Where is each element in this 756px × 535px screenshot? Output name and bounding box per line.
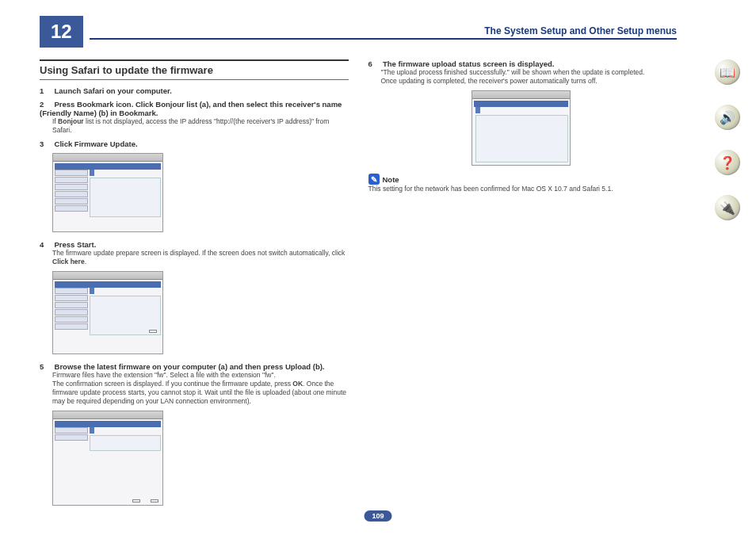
step-2: 2 Press Bookmark icon. Click Bonjour lis… xyxy=(40,100,349,135)
click-here-text: Click here xyxy=(52,258,85,266)
step-body: If Bonjour list is not displayed, access… xyxy=(52,117,349,135)
text-line: Once updating is completed, the receiver… xyxy=(381,77,678,86)
ok-word: OK xyxy=(292,380,303,388)
step-number: 1 xyxy=(40,86,52,95)
text: . xyxy=(85,258,86,266)
page-header: 12 The System Setup and Other Setup menu… xyxy=(40,16,677,48)
step-5: 5 Browse the latest firmware on your com… xyxy=(40,362,349,406)
step-text: Click Firmware Update. xyxy=(55,139,138,148)
content-columns: Using Safari to update the firmware 1 La… xyxy=(40,59,677,514)
screenshot-start xyxy=(52,271,163,354)
step-6: 6 The firmware upload status screen is d… xyxy=(368,59,678,86)
step-text: Press Start. xyxy=(55,240,97,249)
step-number: 3 xyxy=(40,139,52,148)
screenshot-firmware-menu xyxy=(52,153,163,232)
step-body: The firmware update prepare screen is di… xyxy=(52,249,349,266)
left-column: Using Safari to update the firmware 1 La… xyxy=(40,59,349,514)
step-text: Press Bookmark icon. Click Bonjour list … xyxy=(40,100,342,117)
step-number: 6 xyxy=(368,59,381,68)
side-nav-icons: 📖 🔊 ❓ 🔌 xyxy=(715,59,740,220)
step-text: Browse the latest firmware on your compu… xyxy=(55,362,325,371)
page-number: 109 xyxy=(364,510,391,522)
text: The confirmation screen is displayed. If… xyxy=(52,380,292,388)
screenshot-status xyxy=(472,90,571,166)
text-line: The confirmation screen is displayed. If… xyxy=(52,380,349,406)
text-line: Firmware files have the extension "fw". … xyxy=(52,371,349,380)
step-text: Launch Safari on your computer. xyxy=(55,86,172,95)
step-body: Firmware files have the extension "fw". … xyxy=(52,371,349,406)
text: will be shown when the update is complet… xyxy=(510,68,645,76)
step-3: 3 Click Firmware Update. xyxy=(40,139,349,148)
bonjour-word: Bonjour xyxy=(58,117,84,125)
network-icon[interactable]: 🔌 xyxy=(715,195,740,220)
step-text: The firmware upload status screen is dis… xyxy=(383,59,554,68)
step-number: 5 xyxy=(40,362,52,371)
manual-page: 12 The System Setup and Other Setup menu… xyxy=(0,0,756,529)
step-1: 1 Launch Safari on your computer. xyxy=(40,86,349,95)
right-column: 6 The firmware upload status screen is d… xyxy=(368,59,678,514)
chapter-number: 12 xyxy=(40,16,83,48)
quote-text: "The upload process finished successfull… xyxy=(381,68,510,76)
note-body: This setting for the network has been co… xyxy=(368,185,678,193)
step-number: 4 xyxy=(40,240,52,249)
step-4: 4 Press Start. The firmware update prepa… xyxy=(40,240,349,266)
help-icon[interactable]: ❓ xyxy=(715,150,740,175)
note-label: Note xyxy=(383,175,399,184)
header-title: The System Setup and Other Setup menus xyxy=(90,16,677,40)
speakers-icon[interactable]: 🔊 xyxy=(715,105,740,130)
step-body: "The upload process finished successfull… xyxy=(381,68,678,86)
screenshot-upload xyxy=(52,411,163,506)
note-icon: ✎ xyxy=(368,174,380,185)
book-icon[interactable]: 📖 xyxy=(715,59,740,85)
note-header: ✎ Note xyxy=(368,174,678,185)
text: The firmware update prepare screen is di… xyxy=(52,249,345,257)
text: list is not displayed, access the IP add… xyxy=(52,117,329,134)
section-title: Using Safari to update the firmware xyxy=(40,59,349,80)
step-number: 2 xyxy=(40,100,52,109)
